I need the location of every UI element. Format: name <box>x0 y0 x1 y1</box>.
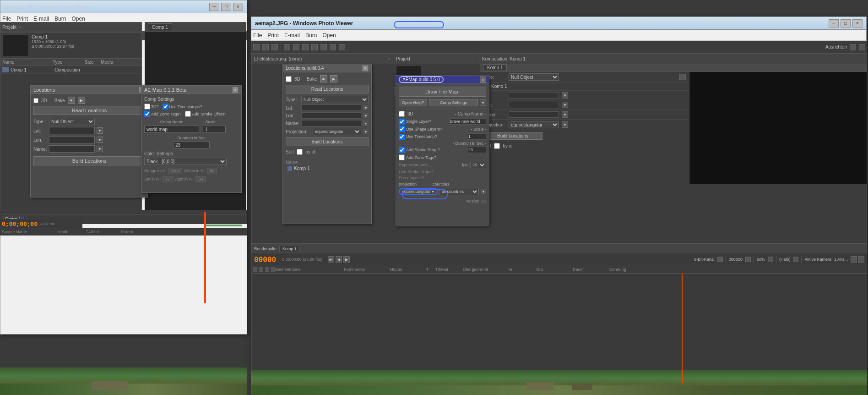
aemap-stroke-checkbox[interactable] <box>185 111 191 117</box>
pv2-maximize-btn[interactable]: □ <box>841 19 851 27</box>
ae2-tool4-icon[interactable] <box>284 44 290 50</box>
ae2-byid-checkbox[interactable] <box>494 143 500 149</box>
pv1-close-btn[interactable]: × <box>233 3 243 11</box>
ae2-quality-btn[interactable] <box>793 257 798 262</box>
aemap-timestamps-checkbox[interactable] <box>163 104 168 110</box>
ae1-project-close[interactable]: × <box>18 25 21 29</box>
ae2-projekt-label[interactable]: Projekt <box>396 56 410 61</box>
pv1-menu-file[interactable]: File <box>2 16 11 22</box>
ae2-prev-frame-btn[interactable]: ◀ <box>336 256 342 263</box>
ae2-komp-timeline-tab[interactable]: Komp 1 <box>279 246 300 252</box>
ae2-tool5-icon[interactable] <box>293 44 299 50</box>
locations-bake-arrow[interactable]: ▶ <box>78 97 85 104</box>
aemap-3d-checkbox[interactable] <box>144 104 150 110</box>
ae1-table-row-comp1[interactable]: Comp 1 Composition <box>0 66 141 74</box>
lb-bake-circle[interactable]: ● <box>320 75 327 82</box>
aeb-singlelayer-check[interactable] <box>399 119 405 125</box>
ae1-project-tab[interactable]: Projekt <box>2 25 16 30</box>
aeb-dur-inp[interactable] <box>468 147 486 153</box>
lb-lon-dd[interactable]: ▼ <box>363 113 369 118</box>
lb-name-dd[interactable]: ▼ <box>363 121 369 126</box>
ae2-build-locations-btn[interactable]: Build Locations <box>483 132 542 140</box>
ae2-tool3-icon[interactable] <box>271 44 278 50</box>
lb-lon-inp[interactable] <box>301 112 361 119</box>
locations-lon-input[interactable] <box>49 136 95 143</box>
ae2-align-icon[interactable] <box>850 44 856 50</box>
aeb-timestamp-check[interactable] <box>399 134 405 140</box>
ae1-timeline-playhead[interactable] <box>204 212 206 303</box>
locations-name-input[interactable] <box>49 145 95 153</box>
lb-close[interactable]: × <box>362 65 369 71</box>
ae2-tool8-icon[interactable] <box>320 44 327 50</box>
locations-lon-dropdown[interactable]: ▼ <box>97 137 103 143</box>
ae2-lon-input[interactable] <box>509 102 559 108</box>
pv2-menu-burn[interactable]: Burn <box>305 32 317 38</box>
ae1-comp-tab[interactable]: Comp 1 <box>148 23 172 31</box>
lb-bake-arrow[interactable]: ▶ <box>330 75 337 82</box>
ae2-tool2-icon[interactable] <box>262 44 269 50</box>
aemap-scale-input[interactable] <box>203 126 226 133</box>
ae2-tool9-icon[interactable] <box>330 44 336 50</box>
ae2-comp-tab-label[interactable]: Komp 1 <box>483 64 507 71</box>
pv1-menu-email[interactable]: E-mail <box>33 16 49 22</box>
lb-read-btn[interactable]: Read Locations <box>286 85 369 93</box>
aemap-color-select[interactable]: Black - [0,0,0] <box>144 158 227 165</box>
pv2-menu-open[interactable]: Open <box>322 32 336 38</box>
pv1-menu-print[interactable]: Print <box>16 16 28 22</box>
aeb-scale-inp[interactable] <box>468 133 486 140</box>
locations-name-dropdown[interactable]: ▼ <box>97 146 103 152</box>
ae2-view-btn1[interactable] <box>851 256 857 263</box>
ae2-lon-arrow[interactable]: ▼ <box>562 102 568 108</box>
ae2-lat-arrow[interactable]: ▼ <box>562 92 568 99</box>
aeb-countries-sel[interactable]: all countries <box>439 188 479 195</box>
lb-name-inp[interactable] <box>301 120 361 126</box>
aeb-help-btn[interactable]: Open Help? <box>399 99 427 106</box>
pv2-menu-print[interactable]: Print <box>267 32 279 38</box>
aeb-zorro-check[interactable] <box>399 154 405 160</box>
locations-read-btn[interactable]: Read Locations <box>33 106 145 115</box>
aeb-draw-btn[interactable]: Draw The Map! <box>399 87 486 97</box>
ae2-audio-btn[interactable] <box>717 257 723 262</box>
ae2-name-arrow[interactable]: ▼ <box>562 111 568 118</box>
lb-proj-dd[interactable]: ▼ <box>363 129 369 134</box>
pv1-menu-burn[interactable]: Burn <box>54 16 66 22</box>
lb-lat-dd[interactable]: ▼ <box>363 105 369 110</box>
ae2-zoom-btn[interactable] <box>768 257 773 262</box>
ae2-effekt-label[interactable]: Effektsteuerung: (none) <box>254 56 302 61</box>
aeb-shape-check[interactable] <box>399 126 405 132</box>
lb-komp1-row[interactable]: Komp 1 <box>286 165 369 172</box>
pv2-close-btn[interactable]: × <box>852 19 863 27</box>
aeb-fps-sel[interactable]: 25 <box>470 162 486 168</box>
aemap-range-btn[interactable]: 33% <box>168 168 182 174</box>
locations-lat-dropdown[interactable]: ▼ <box>97 127 103 134</box>
pv1-menu-open[interactable]: Open <box>71 16 85 22</box>
aeb-stroke-check[interactable] <box>399 147 405 153</box>
aeb-compname-inp[interactable] <box>450 118 486 125</box>
lb-3d-check[interactable] <box>286 76 292 82</box>
ae2-type-select[interactable]: Null Object <box>509 73 559 81</box>
aemap-comp-name-input[interactable] <box>144 126 199 133</box>
aemap-close-btn[interactable]: × <box>232 87 239 93</box>
lb-type-sel[interactable]: Null Object <box>301 96 369 103</box>
aemap-light-btn[interactable]: 50 <box>195 176 206 182</box>
locations-lat-input[interactable] <box>49 127 95 134</box>
ae2-effekt-close[interactable]: × <box>388 56 390 61</box>
ae2-first-frame-btn[interactable]: ⏮ <box>328 256 334 263</box>
aeb-close[interactable]: × <box>480 77 486 83</box>
aemap-set-btn[interactable]: 77 <box>163 176 173 182</box>
lb-proj-sel[interactable]: equirectangular <box>313 128 361 135</box>
ae2-play-btn[interactable]: ▶ <box>343 256 350 263</box>
locations-type-select[interactable]: Null Object <box>49 118 95 125</box>
aemap-zorro-checkbox[interactable] <box>144 111 150 117</box>
lb-build-btn[interactable]: Build Locations <box>286 137 369 146</box>
pv2-menu-email[interactable]: E-mail <box>284 32 300 38</box>
ae2-komp-label[interactable]: Komposition: Komp 1 <box>482 56 526 61</box>
ae2-tool10-icon[interactable] <box>339 44 345 50</box>
ae2-align2-icon[interactable] <box>859 44 865 50</box>
ae2-view-btn2[interactable] <box>858 256 864 263</box>
ae2-tool1-icon[interactable] <box>253 44 260 50</box>
aeb-3d-check[interactable] <box>399 111 405 117</box>
aeb-countries-arrow[interactable]: ▼ <box>481 189 486 194</box>
ae2-tc2-btn[interactable] <box>745 257 751 262</box>
aeb-cs-arrow[interactable]: ▼ <box>480 99 486 106</box>
